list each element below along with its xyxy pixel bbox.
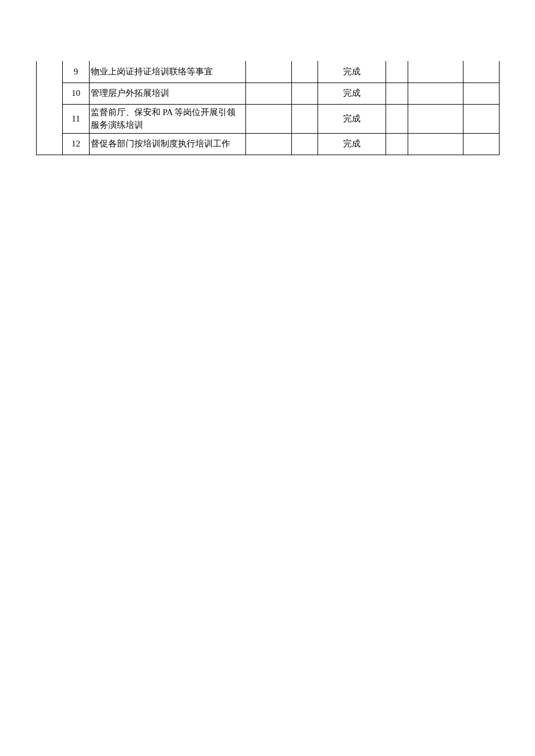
cell-empty <box>463 61 500 83</box>
cell-empty <box>245 104 292 133</box>
table-row: 11 监督前厅、保安和 PA 等岗位开展引领服务演练培训 完成 <box>37 104 500 133</box>
table-row: 10 管理层户外拓展培训 完成 <box>37 83 500 104</box>
cell-status: 完成 <box>318 83 386 104</box>
cell-description: 督促各部门按培训制度执行培训工作 <box>89 133 245 155</box>
cell-category <box>37 61 63 155</box>
cell-empty <box>408 61 463 83</box>
table-row: 12 督促各部门按培训制度执行培训工作 完成 <box>37 133 500 155</box>
cell-empty <box>245 133 292 155</box>
table-row: 9 物业上岗证持证培训联络等事宜 完成 <box>37 61 500 83</box>
training-table: 9 物业上岗证持证培训联络等事宜 完成 10 管理层户外拓展培训 完成 11 监… <box>36 61 500 155</box>
cell-number: 11 <box>62 104 89 133</box>
cell-description: 物业上岗证持证培训联络等事宜 <box>89 61 245 83</box>
cell-empty <box>408 133 463 155</box>
cell-empty <box>408 83 463 104</box>
cell-empty <box>292 61 318 83</box>
cell-empty <box>386 133 408 155</box>
cell-number: 12 <box>62 133 89 155</box>
cell-empty <box>245 61 292 83</box>
cell-description: 监督前厅、保安和 PA 等岗位开展引领服务演练培训 <box>89 104 245 133</box>
cell-number: 9 <box>62 61 89 83</box>
cell-empty <box>386 104 408 133</box>
cell-status: 完成 <box>318 133 386 155</box>
cell-description: 管理层户外拓展培训 <box>89 83 245 104</box>
cell-empty <box>245 83 292 104</box>
cell-empty <box>292 133 318 155</box>
cell-empty <box>463 133 500 155</box>
cell-empty <box>408 104 463 133</box>
cell-status: 完成 <box>318 104 386 133</box>
cell-empty <box>292 83 318 104</box>
cell-empty <box>463 104 500 133</box>
cell-empty <box>463 83 500 104</box>
cell-empty <box>386 61 408 83</box>
cell-status: 完成 <box>318 61 386 83</box>
cell-empty <box>386 83 408 104</box>
cell-empty <box>292 104 318 133</box>
cell-number: 10 <box>62 83 89 104</box>
